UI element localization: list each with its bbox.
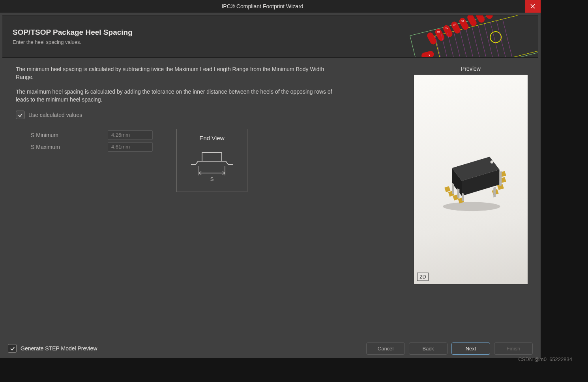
s-maximum-field[interactable]: 4.61mm (108, 142, 153, 152)
s-maximum-label: S Maximum (16, 144, 108, 150)
close-icon (530, 4, 535, 9)
value-fields: S Minimum 4.26mm S Maximum 4.61mm (16, 128, 153, 192)
s-maximum-row: S Maximum 4.61mm (16, 142, 153, 152)
preview-panel: Preview (414, 66, 528, 339)
svg-line-20 (484, 24, 494, 58)
svg-line-15 (453, 31, 463, 58)
titlebar: IPC® Compliant Footprint Wizard (0, 0, 541, 13)
values-row: S Minimum 4.26mm S Maximum 4.61mm End Vi… (16, 128, 403, 192)
svg-point-33 (443, 202, 500, 211)
window-title: IPC® Compliant Footprint Wizard (0, 0, 525, 13)
svg-rect-29 (202, 152, 222, 161)
svg-point-37 (491, 160, 494, 164)
description-p2: The maximum heel spacing is calculated b… (16, 88, 339, 103)
wizard-footer: Generate STEP Model Preview Cancel Back … (0, 339, 541, 358)
cancel-button[interactable]: Cancel (366, 342, 405, 355)
wizard-window: IPC® Compliant Footprint Wizard SOP/TSOP… (0, 0, 541, 358)
s-minimum-row: S Minimum 4.26mm (16, 130, 153, 140)
check-icon (18, 113, 23, 118)
svg-line-21 (491, 22, 500, 58)
svg-point-11 (489, 30, 502, 44)
end-view-diagram: End View (176, 129, 247, 192)
svg-line-19 (478, 25, 487, 58)
step-preview-row[interactable]: Generate STEP Model Preview (8, 344, 97, 353)
check-icon (10, 346, 15, 351)
sop-endview-icon: S (182, 149, 242, 185)
diagram-caption: End View (199, 135, 224, 141)
pcb-artwork: 1 30 31 32 33 (404, 15, 538, 58)
use-calculated-checkbox[interactable] (16, 111, 24, 119)
wizard-banner: SOP/TSOP Package Heel Spacing Enter the … (2, 15, 538, 58)
wizard-content: The minimum heel spacing is calculated b… (0, 58, 541, 339)
svg-line-16 (460, 30, 469, 58)
preview-heading: Preview (414, 66, 528, 72)
svg-marker-50 (462, 193, 464, 201)
soic-3d-icon (429, 138, 512, 221)
svg-rect-2 (421, 50, 434, 58)
svg-marker-42 (500, 171, 502, 186)
svg-line-18 (472, 27, 481, 58)
preview-mode-button[interactable]: 2D (417, 273, 429, 281)
svg-marker-48 (452, 183, 454, 195)
svg-marker-49 (457, 188, 460, 198)
next-button[interactable]: Next (451, 342, 490, 355)
use-calculated-row[interactable]: Use calculated values (16, 111, 403, 119)
step-preview-checkbox[interactable] (8, 344, 17, 353)
use-calculated-label: Use calculated values (28, 112, 82, 118)
dimension-label-s: S (210, 176, 214, 182)
description-p1: The minimum heel spacing is calculated b… (16, 66, 339, 81)
preview-viewport[interactable]: 2D (414, 74, 528, 284)
config-panel: The minimum heel spacing is calculated b… (16, 66, 403, 339)
s-minimum-label: S Minimum (16, 132, 108, 138)
svg-marker-44 (444, 186, 450, 192)
svg-line-23 (503, 19, 512, 57)
step-preview-label: Generate STEP Model Preview (21, 345, 97, 352)
close-button[interactable] (525, 0, 541, 13)
svg-marker-43 (493, 187, 496, 198)
s-minimum-field[interactable]: 4.26mm (108, 130, 153, 140)
finish-button[interactable]: Finish (494, 342, 533, 355)
svg-line-17 (466, 28, 475, 58)
back-button[interactable]: Back (409, 342, 448, 355)
